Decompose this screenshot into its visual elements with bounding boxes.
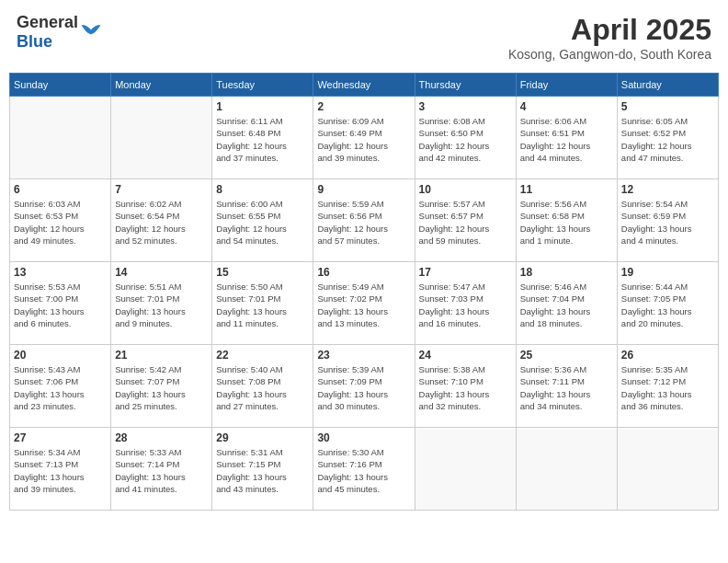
day-number: 15	[216, 266, 309, 279]
calendar-cell: 16Sunrise: 5:49 AMSunset: 7:02 PMDayligh…	[313, 262, 415, 345]
day-info: Sunrise: 5:59 AMSunset: 6:56 PMDaylight:…	[317, 198, 410, 247]
day-number: 25	[520, 349, 613, 362]
calendar-cell: 3Sunrise: 6:08 AMSunset: 6:50 PMDaylight…	[415, 97, 516, 179]
calendar-cell	[415, 428, 516, 511]
calendar-cell: 15Sunrise: 5:50 AMSunset: 7:01 PMDayligh…	[212, 262, 313, 345]
day-info: Sunrise: 5:31 AMSunset: 7:15 PMDaylight:…	[216, 446, 309, 495]
day-number: 13	[14, 266, 107, 279]
calendar-cell: 14Sunrise: 5:51 AMSunset: 7:01 PMDayligh…	[111, 262, 212, 345]
weekday-header-sunday: Sunday	[10, 74, 111, 97]
day-number: 18	[520, 266, 613, 279]
day-number: 12	[621, 183, 714, 196]
calendar-cell: 27Sunrise: 5:34 AMSunset: 7:13 PMDayligh…	[10, 428, 111, 511]
day-number: 3	[419, 100, 512, 113]
day-info: Sunrise: 6:06 AMSunset: 6:51 PMDaylight:…	[520, 115, 613, 164]
day-number: 7	[115, 183, 208, 196]
calendar-cell: 9Sunrise: 5:59 AMSunset: 6:56 PMDaylight…	[313, 179, 415, 262]
day-info: Sunrise: 5:30 AMSunset: 7:16 PMDaylight:…	[317, 446, 410, 495]
calendar-cell: 29Sunrise: 5:31 AMSunset: 7:15 PMDayligh…	[212, 428, 313, 511]
calendar-cell: 13Sunrise: 5:53 AMSunset: 7:00 PMDayligh…	[10, 262, 111, 345]
calendar-week-row: 13Sunrise: 5:53 AMSunset: 7:00 PMDayligh…	[10, 262, 719, 345]
day-number: 26	[621, 349, 714, 362]
logo-general-text: General	[17, 13, 78, 32]
day-number: 6	[14, 183, 107, 196]
day-number: 23	[317, 349, 410, 362]
weekday-header-thursday: Thursday	[415, 74, 516, 97]
title-block: April 2025 Kosong, Gangwon-do, South Kor…	[508, 13, 711, 62]
day-info: Sunrise: 6:00 AMSunset: 6:55 PMDaylight:…	[216, 198, 309, 247]
calendar-cell: 6Sunrise: 6:03 AMSunset: 6:53 PMDaylight…	[10, 179, 111, 262]
calendar-table: SundayMondayTuesdayWednesdayThursdayFrid…	[9, 73, 719, 511]
calendar-cell: 2Sunrise: 6:09 AMSunset: 6:49 PMDaylight…	[313, 97, 415, 179]
day-info: Sunrise: 5:56 AMSunset: 6:58 PMDaylight:…	[520, 198, 613, 247]
calendar-cell: 8Sunrise: 6:00 AMSunset: 6:55 PMDaylight…	[212, 179, 313, 262]
calendar-cell: 11Sunrise: 5:56 AMSunset: 6:58 PMDayligh…	[516, 179, 617, 262]
day-info: Sunrise: 5:47 AMSunset: 7:03 PMDaylight:…	[419, 281, 512, 329]
day-info: Sunrise: 5:44 AMSunset: 7:05 PMDaylight:…	[621, 281, 714, 329]
day-info: Sunrise: 6:08 AMSunset: 6:50 PMDaylight:…	[419, 115, 512, 164]
logo-blue-text: Blue	[17, 32, 78, 52]
day-info: Sunrise: 5:49 AMSunset: 7:02 PMDaylight:…	[317, 281, 410, 329]
day-info: Sunrise: 5:53 AMSunset: 7:00 PMDaylight:…	[14, 281, 107, 329]
logo-bird-icon	[80, 21, 102, 43]
day-number: 2	[317, 100, 410, 113]
day-info: Sunrise: 5:50 AMSunset: 7:01 PMDaylight:…	[216, 281, 309, 329]
day-number: 30	[317, 431, 410, 444]
day-number: 22	[216, 349, 309, 362]
day-number: 11	[520, 183, 613, 196]
calendar-cell: 26Sunrise: 5:35 AMSunset: 7:12 PMDayligh…	[617, 345, 718, 428]
day-info: Sunrise: 5:36 AMSunset: 7:11 PMDaylight:…	[520, 363, 613, 412]
day-number: 14	[115, 266, 208, 279]
day-info: Sunrise: 5:35 AMSunset: 7:12 PMDaylight:…	[621, 363, 714, 412]
calendar-cell	[516, 428, 617, 511]
day-number: 19	[621, 266, 714, 279]
calendar-cell: 12Sunrise: 5:54 AMSunset: 6:59 PMDayligh…	[617, 179, 718, 262]
day-number: 5	[621, 100, 714, 113]
calendar-cell: 4Sunrise: 6:06 AMSunset: 6:51 PMDaylight…	[516, 97, 617, 179]
day-info: Sunrise: 6:03 AMSunset: 6:53 PMDaylight:…	[14, 198, 107, 247]
day-info: Sunrise: 5:43 AMSunset: 7:06 PMDaylight:…	[14, 363, 107, 412]
day-number: 24	[419, 349, 512, 362]
day-info: Sunrise: 5:51 AMSunset: 7:01 PMDaylight:…	[115, 281, 208, 329]
location-subtitle: Kosong, Gangwon-do, South Korea	[508, 47, 711, 62]
calendar-cell: 10Sunrise: 5:57 AMSunset: 6:57 PMDayligh…	[415, 179, 516, 262]
day-info: Sunrise: 5:54 AMSunset: 6:59 PMDaylight:…	[621, 198, 714, 247]
calendar-cell	[10, 97, 111, 179]
calendar-cell: 22Sunrise: 5:40 AMSunset: 7:08 PMDayligh…	[212, 345, 313, 428]
day-info: Sunrise: 5:34 AMSunset: 7:13 PMDaylight:…	[14, 446, 107, 495]
day-info: Sunrise: 5:39 AMSunset: 7:09 PMDaylight:…	[317, 363, 410, 412]
calendar-cell: 23Sunrise: 5:39 AMSunset: 7:09 PMDayligh…	[313, 345, 415, 428]
calendar-week-row: 1Sunrise: 6:11 AMSunset: 6:48 PMDaylight…	[10, 97, 719, 179]
day-info: Sunrise: 5:42 AMSunset: 7:07 PMDaylight:…	[115, 363, 208, 412]
day-number: 8	[216, 183, 309, 196]
weekday-header-wednesday: Wednesday	[313, 74, 415, 97]
weekday-header-tuesday: Tuesday	[212, 74, 313, 97]
calendar-week-row: 6Sunrise: 6:03 AMSunset: 6:53 PMDaylight…	[10, 179, 719, 262]
day-number: 29	[216, 431, 309, 444]
day-number: 20	[14, 349, 107, 362]
day-info: Sunrise: 6:09 AMSunset: 6:49 PMDaylight:…	[317, 115, 410, 164]
calendar-cell: 25Sunrise: 5:36 AMSunset: 7:11 PMDayligh…	[516, 345, 617, 428]
day-number: 1	[216, 100, 309, 113]
day-info: Sunrise: 5:40 AMSunset: 7:08 PMDaylight:…	[216, 363, 309, 412]
day-number: 17	[419, 266, 512, 279]
calendar-cell	[617, 428, 718, 511]
calendar-cell: 28Sunrise: 5:33 AMSunset: 7:14 PMDayligh…	[111, 428, 212, 511]
calendar-cell: 17Sunrise: 5:47 AMSunset: 7:03 PMDayligh…	[415, 262, 516, 345]
calendar-cell: 30Sunrise: 5:30 AMSunset: 7:16 PMDayligh…	[313, 428, 415, 511]
day-info: Sunrise: 5:57 AMSunset: 6:57 PMDaylight:…	[419, 198, 512, 247]
day-info: Sunrise: 5:46 AMSunset: 7:04 PMDaylight:…	[520, 281, 613, 329]
day-info: Sunrise: 5:38 AMSunset: 7:10 PMDaylight:…	[419, 363, 512, 412]
weekday-header-monday: Monday	[111, 74, 212, 97]
day-number: 9	[317, 183, 410, 196]
day-number: 10	[419, 183, 512, 196]
calendar-week-row: 27Sunrise: 5:34 AMSunset: 7:13 PMDayligh…	[10, 428, 719, 511]
page-header: General Blue April 2025 Kosong, Gangwon-…	[9, 9, 719, 65]
calendar-week-row: 20Sunrise: 5:43 AMSunset: 7:06 PMDayligh…	[10, 345, 719, 428]
day-info: Sunrise: 6:05 AMSunset: 6:52 PMDaylight:…	[621, 115, 714, 164]
day-number: 28	[115, 431, 208, 444]
day-info: Sunrise: 5:33 AMSunset: 7:14 PMDaylight:…	[115, 446, 208, 495]
calendar-cell: 5Sunrise: 6:05 AMSunset: 6:52 PMDaylight…	[617, 97, 718, 179]
weekday-header-row: SundayMondayTuesdayWednesdayThursdayFrid…	[10, 74, 719, 97]
calendar-cell: 21Sunrise: 5:42 AMSunset: 7:07 PMDayligh…	[111, 345, 212, 428]
